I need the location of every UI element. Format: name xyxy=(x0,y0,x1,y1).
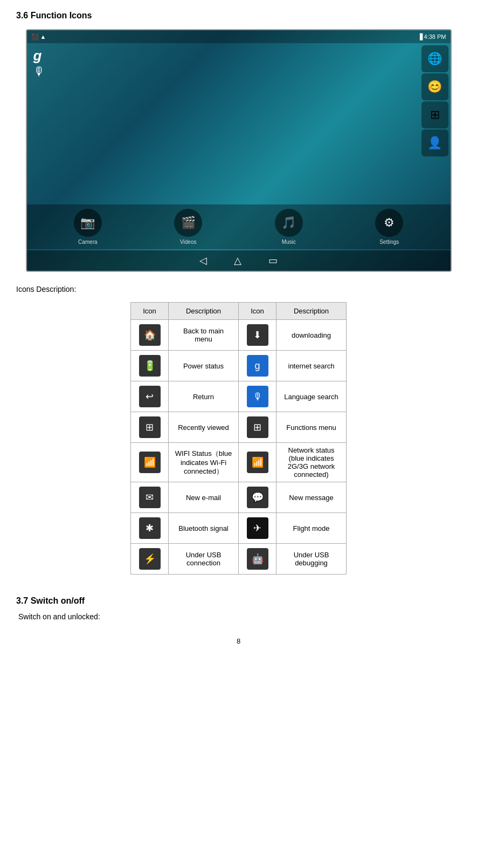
music-app: 🎵 Music xyxy=(275,209,303,245)
table-row: ✉New e-mail💬New message xyxy=(131,482,347,513)
icon-cell: g xyxy=(239,351,276,381)
status-bar-right: ▋4:38 PM xyxy=(420,33,446,40)
col-header-icon1: Icon xyxy=(131,303,169,320)
grid-icon: ⊞ xyxy=(421,101,448,128)
icons-description-label: Icons Description: xyxy=(16,285,461,293)
icon-cell: 🎙 xyxy=(239,381,276,412)
device-status-bar: ⬛ ▲ ▋4:38 PM xyxy=(27,30,451,43)
device-bottom-apps: 📷 Camera 🎬 Videos 🎵 Music ⚙ Settings xyxy=(27,204,451,249)
section-37: 3.7 Switch on/off Switch on and unlocked… xyxy=(16,596,461,621)
icon-cell: ⬇ xyxy=(239,320,276,351)
icon-cell: ✉ xyxy=(131,482,169,513)
table-row: ✱Bluetooth signal✈Flight mode xyxy=(131,513,347,544)
table-row: 🏠Back to main menu⬇downloading xyxy=(131,320,347,351)
desc-cell: Back to main menu xyxy=(169,320,239,351)
icon-cell: ✱ xyxy=(131,513,169,544)
table-row: 📶WIFI Status（blue indicates Wi-Fi connec… xyxy=(131,443,347,482)
desc-cell: Recently viewed xyxy=(169,412,239,443)
google-logo: g xyxy=(33,47,42,64)
table-row: ⊞Recently viewed⊞Functions menu xyxy=(131,412,347,443)
desc-cell: Flight mode xyxy=(276,513,347,544)
icon-cell: 🤖 xyxy=(239,544,276,575)
status-bar-left: ⬛ ▲ xyxy=(31,33,46,40)
device-screenshot: ⬛ ▲ ▋4:38 PM g 🎙 🌐 😊 ⊞ 👤 📷 Camera 🎬 Vide… xyxy=(26,29,452,272)
section-37-text: Switch on and unlocked: xyxy=(16,612,461,621)
home-nav-icon: △ xyxy=(234,255,241,266)
videos-app: 🎬 Videos xyxy=(174,209,202,245)
device-right-icons: 🌐 😊 ⊞ 👤 xyxy=(419,43,451,159)
table-row: ⚡Under USB connection🤖Under USB debuggin… xyxy=(131,544,347,575)
icon-cell: 🏠 xyxy=(131,320,169,351)
desc-cell: Under USB connection xyxy=(169,544,239,575)
icon-cell: ↩ xyxy=(131,381,169,412)
col-header-icon2: Icon xyxy=(239,303,276,320)
icon-cell: 📶 xyxy=(131,443,169,482)
section-37-title: 3.7 Switch on/off xyxy=(16,596,461,606)
desc-cell: Bluetooth signal xyxy=(169,513,239,544)
icons-table: Icon Description Icon Description 🏠Back … xyxy=(130,302,347,575)
music-label: Music xyxy=(282,239,296,245)
icon-cell: 💬 xyxy=(239,482,276,513)
camera-app: 📷 Camera xyxy=(74,209,102,245)
desc-cell: Functions menu xyxy=(276,412,347,443)
icon-cell: ✈ xyxy=(239,513,276,544)
camera-label: Camera xyxy=(78,239,98,245)
page-number: 8 xyxy=(16,637,461,645)
back-nav-icon: ◁ xyxy=(199,255,207,266)
device-nav-bar: ◁ △ ▭ xyxy=(27,250,451,271)
desc-cell: WIFI Status（blue indicates Wi-Fi connect… xyxy=(169,443,239,482)
desc-cell: Under USB debugging xyxy=(276,544,347,575)
col-header-desc2: Description xyxy=(276,303,347,320)
desc-cell: Language search xyxy=(276,381,347,412)
device-content: g 🎙 🌐 😊 ⊞ 👤 📷 Camera 🎬 Videos 🎵 Music xyxy=(27,43,451,271)
user-icon: 👤 xyxy=(421,129,448,156)
mic-icon: 🎙 xyxy=(33,65,45,79)
desc-cell: Network status (blue indicates 2G/3G net… xyxy=(276,443,347,482)
icon-cell: ⚡ xyxy=(131,544,169,575)
icon-cell: 🔋 xyxy=(131,351,169,381)
icon-cell: 📶 xyxy=(239,443,276,482)
globe-icon: 🌐 xyxy=(421,45,448,72)
desc-cell: Power status xyxy=(169,351,239,381)
icon-cell: ⊞ xyxy=(131,412,169,443)
videos-label: Videos xyxy=(180,239,196,245)
icon-cell: ⊞ xyxy=(239,412,276,443)
settings-app: ⚙ Settings xyxy=(375,209,403,245)
col-header-desc1: Description xyxy=(169,303,239,320)
desc-cell: internet search xyxy=(276,351,347,381)
section-36-title: 3.6 Function Icons xyxy=(16,11,461,20)
desc-cell: New message xyxy=(276,482,347,513)
desc-cell: downloading xyxy=(276,320,347,351)
chat-icon: 😊 xyxy=(421,73,448,100)
desc-cell: Return xyxy=(169,381,239,412)
table-row: 🔋Power statusginternet search xyxy=(131,351,347,381)
desc-cell: New e-mail xyxy=(169,482,239,513)
table-row: ↩Return🎙Language search xyxy=(131,381,347,412)
settings-label: Settings xyxy=(379,239,399,245)
recent-nav-icon: ▭ xyxy=(268,255,278,266)
